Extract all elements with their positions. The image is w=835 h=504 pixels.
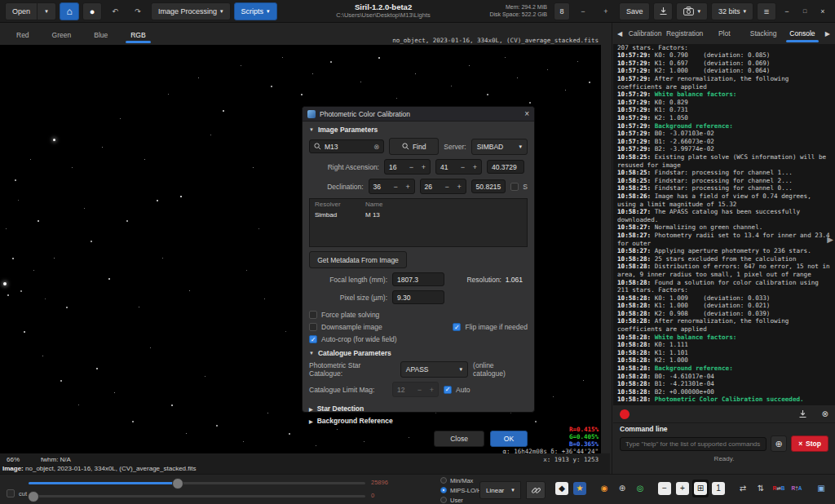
zoom-out-button[interactable]: − (656, 480, 673, 497)
redo-button[interactable]: ↷ (128, 2, 148, 20)
minus-icon[interactable]: − (441, 183, 453, 191)
bit-depth-dropdown[interactable]: 32 bits▾ (711, 2, 753, 20)
clear-log-icon[interactable]: ⊗ (822, 409, 828, 418)
downsample-image-checkbox[interactable]: ✓ Downsample image (309, 323, 382, 331)
display-mode-mips-lo-hi[interactable]: MIPS-LO/HI (440, 485, 483, 495)
channel-tab-red[interactable]: Red (5, 27, 41, 45)
high-threshold-slider[interactable] (29, 482, 365, 484)
tabs-scroll-left-icon[interactable]: ◀ (616, 30, 624, 38)
record-button[interactable]: ● (82, 2, 102, 20)
snapshot-button[interactable]: ▾ (676, 2, 708, 20)
object-search-input[interactable]: M13 ⊗ (309, 139, 384, 153)
image-parameters-expander[interactable]: ▼ Image Parameters (309, 126, 528, 134)
export-log-icon[interactable] (798, 409, 807, 418)
zoom-fit-button[interactable]: ⊞ (692, 480, 709, 497)
get-metadata-button[interactable]: Get Metadata From Image (309, 251, 407, 268)
close-button[interactable]: × (815, 4, 830, 19)
panel-tab-registration[interactable]: Registration (665, 24, 705, 42)
sequence-index-value[interactable]: 8 (554, 2, 570, 20)
pane-collapse-arrow[interactable]: ▶ (827, 235, 833, 244)
background-samples-icon[interactable]: ◎ (632, 480, 648, 497)
ra-align-button[interactable]: R†A (789, 480, 805, 497)
object-annotation-icon[interactable]: ◉ (596, 480, 612, 497)
display-mode-min-max[interactable]: Min/Max (440, 475, 483, 485)
ra-seconds-input[interactable]: 40.3729 (487, 160, 524, 174)
display-mode-user[interactable]: User (440, 495, 483, 504)
zoom-in-button[interactable]: + (674, 480, 691, 497)
find-button[interactable]: Find (389, 138, 439, 155)
hamburger-menu-button[interactable]: ≡ (757, 2, 776, 20)
minimize-button[interactable]: − (780, 4, 794, 19)
star-detection-icon[interactable]: ★ (572, 480, 588, 497)
dialog-close-icon[interactable]: × (524, 109, 529, 118)
flip-image-checkbox[interactable]: ✓ Flip image if needed (453, 323, 528, 331)
slider-knob[interactable] (28, 491, 39, 502)
rb-swap-button[interactable]: R⇄B (771, 480, 787, 497)
save-button[interactable]: Save (619, 2, 651, 20)
pixel-size-input[interactable]: 9.30 (392, 290, 444, 304)
increment-button[interactable]: + (596, 2, 616, 20)
ra-hours-spinner[interactable]: 16−+ (384, 159, 431, 175)
log-record-icon[interactable] (620, 409, 630, 419)
photometry-icon[interactable]: ◆ (554, 480, 570, 497)
dec-degrees-spinner[interactable]: 36−+ (369, 179, 415, 194)
auto-limit-checkbox[interactable]: ✓ Auto (444, 386, 471, 394)
channel-tab-green[interactable]: Green (41, 27, 83, 45)
ra-minutes-spinner[interactable]: 41−+ (435, 159, 482, 175)
dialog-close-button[interactable]: Close (434, 431, 484, 447)
mirror-y-button[interactable]: ⇅ (753, 480, 769, 497)
minus-icon[interactable]: − (390, 183, 402, 191)
home-button[interactable]: ⌂ (60, 2, 79, 20)
console-log[interactable]: 10:57:28: Applying aperture photometry t… (613, 44, 835, 405)
catalogue-parameters-expander[interactable]: ▼ Catalogue Parameters (309, 349, 528, 357)
catalogue-dropdown[interactable]: APASS▾ (400, 361, 468, 378)
sequence-frames-button[interactable]: ▣ (813, 480, 829, 497)
south-checkbox[interactable]: S (510, 183, 528, 191)
low-threshold-slider[interactable] (29, 495, 365, 497)
cut-checkbox[interactable]: cut (7, 489, 27, 497)
limit-mag-spinner[interactable]: 12−+ (392, 382, 439, 397)
open-button[interactable]: Open (5, 2, 38, 20)
dialog-ok-button[interactable]: OK (490, 431, 528, 447)
image-processing-menu[interactable]: Image Processing▾ (151, 2, 231, 20)
force-plate-solving-checkbox[interactable]: ✓ Force plate solving (309, 311, 379, 319)
maximize-button[interactable]: □ (797, 4, 812, 19)
panel-tab-calibration[interactable]: Calibration (625, 24, 665, 42)
channel-tab-blue[interactable]: Blue (82, 27, 119, 45)
mirror-x-button[interactable]: ⇄ (735, 480, 751, 497)
resolver-row[interactable]: Simbad M 13 (310, 209, 527, 221)
plus-icon[interactable]: + (453, 183, 466, 191)
stop-button[interactable]: ×Stop (791, 435, 828, 452)
minus-icon[interactable]: − (413, 386, 426, 394)
auto-crop-checkbox[interactable]: ✓ Auto-crop (for wide field) (309, 335, 397, 343)
panel-tab-stacking[interactable]: Stacking (744, 24, 783, 42)
plus-icon[interactable]: + (418, 163, 430, 171)
star-detection-expander[interactable]: ▶ Star Detection (309, 405, 528, 413)
dialog-titlebar[interactable]: Photometric Color Calibration × (303, 107, 534, 122)
server-dropdown[interactable]: SIMBAD▾ (471, 139, 528, 155)
celestial-grid-icon[interactable]: ⊕ (614, 480, 630, 497)
scripts-menu[interactable]: Scripts▾ (234, 2, 277, 20)
decrement-button[interactable]: − (573, 2, 593, 20)
clear-search-icon[interactable]: ⊗ (373, 143, 379, 151)
network-button[interactable]: ⊕ (771, 435, 787, 452)
resolver-table[interactable]: Resolver Name Simbad M 13 (309, 198, 528, 247)
undo-button[interactable]: ↶ (105, 2, 125, 20)
stretch-mode-dropdown[interactable]: Linear▾ (479, 481, 521, 499)
plus-icon[interactable]: + (402, 183, 414, 191)
open-dropdown-arrow[interactable]: ▾ (38, 2, 56, 20)
minus-icon[interactable]: − (457, 163, 469, 171)
save-as-button[interactable] (653, 2, 673, 20)
command-input[interactable] (620, 437, 767, 451)
background-reference-expander[interactable]: ▶ Background Reference (309, 417, 528, 425)
dec-seconds-input[interactable]: 50.8215 (471, 179, 506, 193)
focal-length-input[interactable]: 1807.3 (392, 272, 444, 286)
panel-tab-plot[interactable]: Plot (705, 24, 744, 42)
channel-tab-rgb[interactable]: RGB (119, 27, 157, 45)
plus-icon[interactable]: + (469, 163, 481, 171)
panel-tab-console[interactable]: Console (783, 24, 822, 42)
slider-knob[interactable] (172, 478, 183, 489)
plus-icon[interactable]: + (426, 386, 438, 394)
zoom-one-button[interactable]: 1 (710, 480, 727, 497)
tabs-scroll-right-icon[interactable]: ▶ (824, 30, 832, 38)
